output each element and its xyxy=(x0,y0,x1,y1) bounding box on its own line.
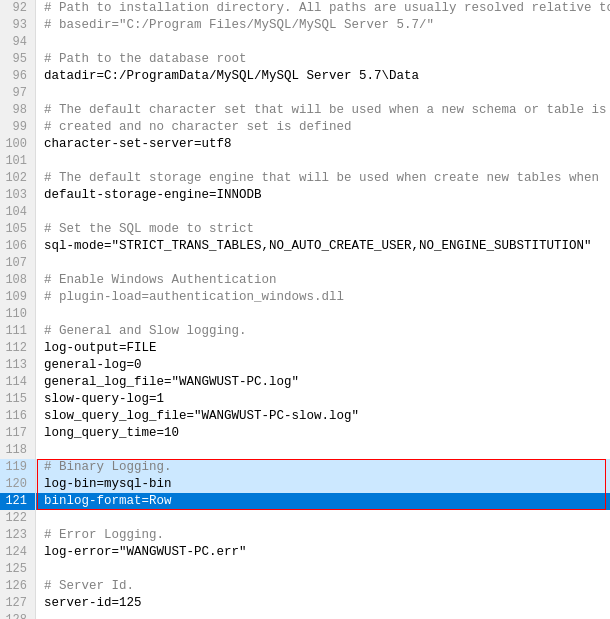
code-line-97: 97 xyxy=(0,85,610,102)
code-line-122: 122 xyxy=(0,510,610,527)
line-number: 100 xyxy=(0,136,36,153)
code-line-114: 114general_log_file="WANGWUST-PC.log" xyxy=(0,374,610,391)
line-content: character-set-server=utf8 xyxy=(36,136,610,153)
line-content: # Binary Logging. xyxy=(36,459,610,476)
line-number: 99 xyxy=(0,119,36,136)
line-number: 104 xyxy=(0,204,36,221)
code-line-105: 105# Set the SQL mode to strict xyxy=(0,221,610,238)
line-number: 128 xyxy=(0,612,36,619)
line-number: 101 xyxy=(0,153,36,170)
line-content: long_query_time=10 xyxy=(36,425,610,442)
line-content: log-error="WANGWUST-PC.err" xyxy=(36,544,610,561)
line-content: # Server Id. xyxy=(36,578,610,595)
line-content: general_log_file="WANGWUST-PC.log" xyxy=(36,374,610,391)
line-content: # plugin-load=authentication_windows.dll xyxy=(36,289,610,306)
code-line-110: 110 xyxy=(0,306,610,323)
code-line-92: 92# Path to installation directory. All … xyxy=(0,0,610,17)
line-number: 122 xyxy=(0,510,36,527)
code-line-111: 111# General and Slow logging. xyxy=(0,323,610,340)
code-line-119: 119# Binary Logging. xyxy=(0,459,610,476)
line-number: 98 xyxy=(0,102,36,119)
line-number: 113 xyxy=(0,357,36,374)
line-number: 119 xyxy=(0,459,36,476)
code-line-128: 128 xyxy=(0,612,610,619)
line-number: 116 xyxy=(0,408,36,425)
line-number: 108 xyxy=(0,272,36,289)
code-line-125: 125 xyxy=(0,561,610,578)
line-number: 127 xyxy=(0,595,36,612)
line-number: 95 xyxy=(0,51,36,68)
line-content: # The default storage engine that will b… xyxy=(36,170,610,187)
line-number: 103 xyxy=(0,187,36,204)
code-editor: 92# Path to installation directory. All … xyxy=(0,0,610,619)
line-number: 112 xyxy=(0,340,36,357)
code-line-93: 93# basedir="C:/Program Files/MySQL/MySQ… xyxy=(0,17,610,34)
line-content: sql-mode="STRICT_TRANS_TABLES,NO_AUTO_CR… xyxy=(36,238,610,255)
code-line-101: 101 xyxy=(0,153,610,170)
line-content xyxy=(36,612,610,619)
line-content xyxy=(36,34,610,51)
code-line-115: 115slow-query-log=1 xyxy=(0,391,610,408)
line-content xyxy=(36,204,610,221)
code-line-95: 95# Path to the database root xyxy=(0,51,610,68)
code-line-124: 124log-error="WANGWUST-PC.err" xyxy=(0,544,610,561)
line-content: default-storage-engine=INNODB xyxy=(36,187,610,204)
line-number: 107 xyxy=(0,255,36,272)
line-content: # Set the SQL mode to strict xyxy=(36,221,610,238)
line-content: # Path to the database root xyxy=(36,51,610,68)
line-content: # Path to installation directory. All pa… xyxy=(36,0,610,17)
code-line-118: 118 xyxy=(0,442,610,459)
line-content: log-bin=mysql-bin xyxy=(36,476,610,493)
line-content xyxy=(36,85,610,102)
line-content xyxy=(36,510,610,527)
line-content: # Error Logging. xyxy=(36,527,610,544)
code-line-123: 123# Error Logging. xyxy=(0,527,610,544)
code-line-126: 126# Server Id. xyxy=(0,578,610,595)
line-number: 97 xyxy=(0,85,36,102)
line-number: 126 xyxy=(0,578,36,595)
code-line-98: 98# The default character set that will … xyxy=(0,102,610,119)
code-line-113: 113general-log=0 xyxy=(0,357,610,374)
line-content: # Enable Windows Authentication xyxy=(36,272,610,289)
line-content: log-output=FILE xyxy=(36,340,610,357)
line-number: 92 xyxy=(0,0,36,17)
code-line-112: 112log-output=FILE xyxy=(0,340,610,357)
line-number: 123 xyxy=(0,527,36,544)
line-number: 93 xyxy=(0,17,36,34)
line-number: 109 xyxy=(0,289,36,306)
line-number: 125 xyxy=(0,561,36,578)
code-line-121: 121binlog-format=Row xyxy=(0,493,610,510)
line-content: slow_query_log_file="WANGWUST-PC-slow.lo… xyxy=(36,408,610,425)
line-number: 121 xyxy=(0,493,36,510)
line-number: 118 xyxy=(0,442,36,459)
line-content: # basedir="C:/Program Files/MySQL/MySQL … xyxy=(36,17,610,34)
line-number: 115 xyxy=(0,391,36,408)
line-content: # General and Slow logging. xyxy=(36,323,610,340)
line-number: 105 xyxy=(0,221,36,238)
line-number: 106 xyxy=(0,238,36,255)
line-content xyxy=(36,153,610,170)
line-content: # The default character set that will be… xyxy=(36,102,610,119)
line-number: 110 xyxy=(0,306,36,323)
line-content: datadir=C:/ProgramData/MySQL/MySQL Serve… xyxy=(36,68,610,85)
code-line-127: 127server-id=125 xyxy=(0,595,610,612)
code-line-103: 103default-storage-engine=INNODB xyxy=(0,187,610,204)
code-line-117: 117long_query_time=10 xyxy=(0,425,610,442)
line-content: general-log=0 xyxy=(36,357,610,374)
line-content xyxy=(36,561,610,578)
code-line-108: 108# Enable Windows Authentication xyxy=(0,272,610,289)
line-number: 96 xyxy=(0,68,36,85)
code-lines: 92# Path to installation directory. All … xyxy=(0,0,610,619)
line-content: binlog-format=Row xyxy=(36,493,610,510)
code-line-102: 102# The default storage engine that wil… xyxy=(0,170,610,187)
line-content: # created and no character set is define… xyxy=(36,119,610,136)
line-content xyxy=(36,306,610,323)
line-number: 111 xyxy=(0,323,36,340)
line-number: 117 xyxy=(0,425,36,442)
code-line-104: 104 xyxy=(0,204,610,221)
code-line-100: 100character-set-server=utf8 xyxy=(0,136,610,153)
line-content xyxy=(36,255,610,272)
line-number: 120 xyxy=(0,476,36,493)
code-line-120: 120log-bin=mysql-bin xyxy=(0,476,610,493)
code-line-94: 94 xyxy=(0,34,610,51)
